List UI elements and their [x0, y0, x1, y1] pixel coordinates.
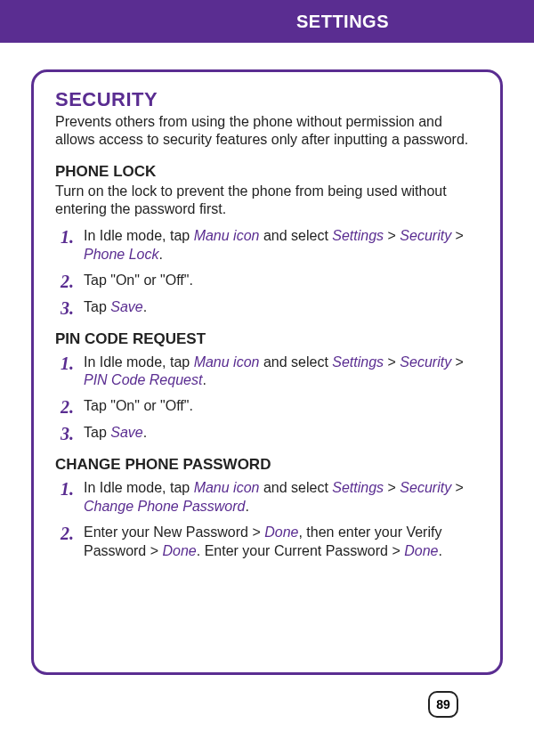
ui-term: Save: [110, 299, 142, 314]
ui-term: Done: [404, 543, 438, 558]
list-item: 3. Tap Save.: [55, 298, 479, 318]
step-number: 2.: [61, 272, 82, 291]
ui-term: Done: [162, 543, 196, 558]
section-desc: Prevents others from using the phone wit…: [55, 113, 479, 149]
section-title: SECURITY: [55, 88, 479, 111]
page-header: SETTINGS: [0, 0, 534, 43]
main-panel: SECURITY Prevents others from using the …: [31, 69, 503, 675]
text: >: [451, 228, 464, 243]
list-item: 2. Enter your New Password > Done, then …: [55, 524, 479, 561]
step-number: 2.: [61, 524, 82, 543]
content-wrap: SECURITY Prevents others from using the …: [0, 43, 534, 736]
list-item: 3. Tap Save.: [55, 424, 479, 443]
page-number: 89: [428, 691, 458, 718]
text: >: [384, 228, 400, 243]
list-item: 1. In Idle mode, tap Manu icon and selec…: [55, 354, 479, 391]
phone-lock-title: PHONE LOCK: [55, 163, 479, 181]
step-text: Tap Save.: [82, 424, 147, 443]
step-number: 1.: [61, 479, 82, 499]
text: and select: [259, 228, 332, 243]
list-item: 2. Tap "On" or "Off".: [55, 397, 479, 417]
ui-term: Security: [400, 354, 451, 370]
text: .: [245, 499, 248, 514]
ui-term: Save: [110, 425, 142, 440]
text: .: [143, 299, 147, 314]
step-text: Tap "On" or "Off".: [82, 272, 193, 290]
step-number: 3.: [61, 424, 82, 443]
step-text: In Idle mode, tap Manu icon and select S…: [82, 354, 479, 391]
header-title: SETTINGS: [296, 12, 389, 32]
ui-term: Change Phone Password: [84, 499, 245, 514]
step-number: 2.: [61, 397, 82, 417]
text: .: [438, 543, 441, 558]
ui-term: PIN Code Request: [84, 372, 202, 387]
step-number: 1.: [61, 227, 82, 247]
text: >: [384, 480, 400, 495]
step-text: Tap Save.: [82, 298, 147, 317]
change-password-steps: 1. In Idle mode, tap Manu icon and selec…: [55, 479, 479, 560]
ui-term: Manu icon: [194, 228, 260, 243]
step-number: 1.: [61, 354, 82, 373]
ui-term: Security: [400, 228, 451, 243]
page-number-wrap: 89: [31, 691, 503, 718]
text: and select: [259, 354, 332, 370]
text: .: [202, 372, 206, 387]
text: >: [384, 354, 400, 370]
step-number: 3.: [61, 298, 82, 318]
text: Enter your New Password >: [84, 524, 264, 540]
ui-term: Manu icon: [194, 354, 260, 370]
step-text: Enter your New Password > Done, then ent…: [82, 524, 479, 561]
text: .: [143, 425, 147, 440]
text: In Idle mode, tap: [84, 228, 194, 243]
text: .: [159, 247, 163, 262]
step-text: Tap "On" or "Off".: [82, 397, 193, 416]
ui-term: Done: [264, 524, 298, 540]
ui-term: Manu icon: [194, 480, 260, 495]
step-text: In Idle mode, tap Manu icon and select S…: [82, 227, 479, 264]
ui-term: Settings: [332, 354, 384, 370]
ui-term: Settings: [332, 480, 384, 495]
text: Tap: [84, 425, 110, 440]
phone-lock-steps: 1. In Idle mode, tap Manu icon and selec…: [55, 227, 479, 318]
list-item: 1. In Idle mode, tap Manu icon and selec…: [55, 227, 479, 264]
change-password-title: CHANGE PHONE PASSWORD: [55, 456, 479, 474]
ui-term: Settings: [332, 228, 384, 243]
pin-code-title: PIN CODE REQUEST: [55, 330, 479, 348]
list-item: 1. In Idle mode, tap Manu icon and selec…: [55, 479, 479, 516]
text: In Idle mode, tap: [84, 354, 194, 370]
ui-term: Phone Lock: [84, 247, 159, 262]
text: Tap: [84, 299, 110, 314]
step-text: In Idle mode, tap Manu icon and select S…: [82, 479, 479, 516]
list-item: 2. Tap "On" or "Off".: [55, 272, 479, 291]
phone-lock-desc: Turn on the lock to prevent the phone fr…: [55, 183, 479, 218]
text: >: [451, 354, 464, 370]
text: and select: [259, 480, 332, 495]
pin-code-steps: 1. In Idle mode, tap Manu icon and selec…: [55, 354, 479, 444]
text: . Enter your Current Password >: [197, 543, 404, 558]
text: In Idle mode, tap: [84, 480, 194, 495]
ui-term: Security: [400, 480, 451, 495]
text: >: [451, 480, 464, 495]
